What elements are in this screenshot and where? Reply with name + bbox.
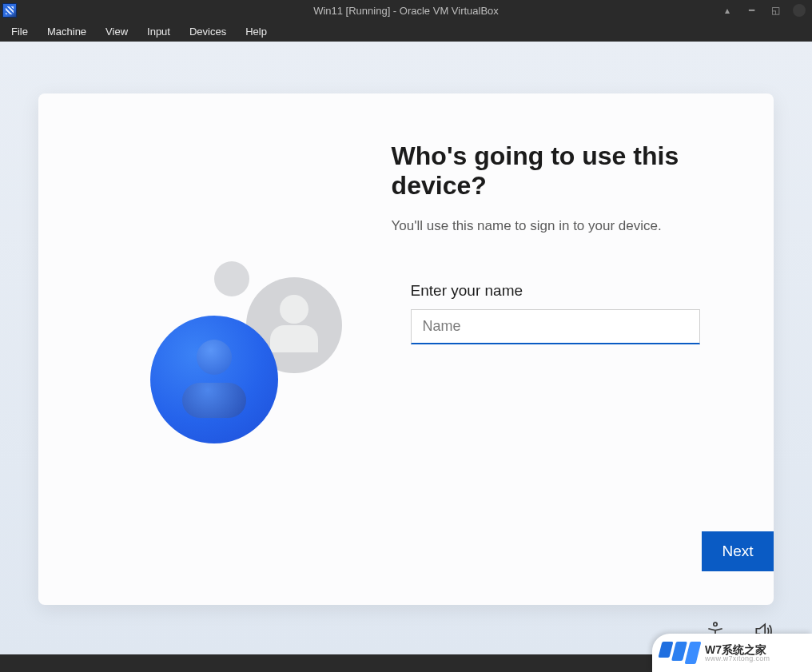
menu-input[interactable]: Input: [139, 23, 178, 40]
name-field-label: Enter your name: [411, 282, 758, 300]
window-title: Win11 [Running] - Oracle VM VirtualBox: [313, 5, 499, 17]
svg-point-0: [714, 622, 717, 626]
menu-view[interactable]: View: [98, 23, 136, 40]
oobe-heading: Who's going to use this device?: [392, 141, 679, 201]
menu-devices[interactable]: Devices: [181, 23, 234, 40]
watermark-url: www.w7xitong.com: [705, 655, 770, 662]
guest-display: Who's going to use this device? You'll u…: [0, 42, 812, 654]
menu-help[interactable]: Help: [237, 23, 275, 40]
oobe-subtext: You'll use this name to sign in to your …: [392, 218, 758, 234]
virtualbox-app-icon: [2, 3, 17, 18]
watermark-logo-icon: [660, 642, 699, 664]
pin-icon[interactable]: ▴: [721, 4, 734, 17]
menu-file[interactable]: File: [3, 23, 36, 40]
oobe-form-pane: Who's going to use this device? You'll u…: [392, 93, 774, 605]
menu-machine[interactable]: Machine: [39, 23, 94, 40]
oobe-illustration-pane: [38, 93, 392, 605]
menubar: File Machine View Input Devices Help: [0, 21, 812, 42]
titlebar: Win11 [Running] - Oracle VM VirtualBox ▴…: [0, 0, 812, 21]
next-button[interactable]: Next: [702, 531, 774, 571]
window-controls: ▴ ━ ◱: [721, 4, 812, 17]
user-illustration: [110, 253, 350, 493]
close-button[interactable]: [793, 4, 806, 17]
oobe-card: Who's going to use this device? You'll u…: [38, 93, 774, 605]
minimize-button[interactable]: ━: [745, 4, 758, 17]
name-input[interactable]: [411, 309, 700, 344]
watermark: W7系统之家 www.w7xitong.com: [652, 634, 812, 672]
watermark-title: W7系统之家: [705, 644, 770, 655]
maximize-button[interactable]: ◱: [769, 4, 782, 17]
